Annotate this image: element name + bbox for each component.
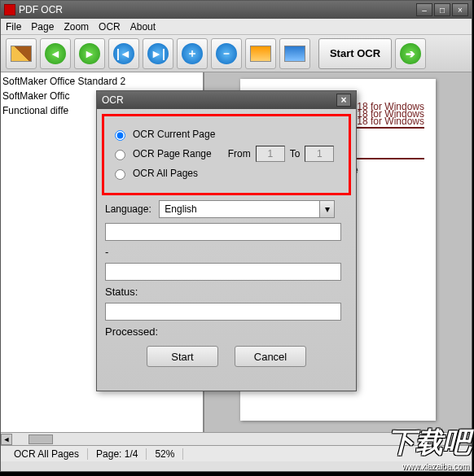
close-button[interactable]: × xyxy=(452,3,468,16)
status-output xyxy=(105,303,341,321)
window-icon xyxy=(284,46,305,62)
ocr-current-page-label: OCR Current Page xyxy=(133,129,215,140)
go-button[interactable]: ➔ xyxy=(395,38,426,69)
path-input-2[interactable] xyxy=(105,263,341,281)
chevron-down-icon[interactable]: ▾ xyxy=(319,201,334,217)
watermark-logo: 下载吧 xyxy=(388,424,471,461)
highlight-frame: OCR Current Page OCR Page Range From To … xyxy=(102,114,351,195)
path-input-1[interactable] xyxy=(105,223,341,241)
window-title: PDF OCR xyxy=(19,4,415,15)
language-combo[interactable]: English ▾ xyxy=(159,200,335,218)
next-page-button[interactable]: ► xyxy=(74,38,105,69)
from-input[interactable] xyxy=(256,146,285,162)
start-ocr-button[interactable]: Start OCR xyxy=(318,38,392,69)
status-mode: OCR All Pages xyxy=(6,448,88,460)
picture-icon xyxy=(250,46,271,62)
zoom-in-button[interactable]: ＋ xyxy=(177,38,208,69)
go-arrow-icon: ➔ xyxy=(400,43,421,64)
language-value: English xyxy=(160,203,319,215)
prev-icon: ◄ xyxy=(45,43,66,64)
ocr-dialog: OCR × OCR Current Page OCR Page Range Fr… xyxy=(96,90,357,391)
zoom-out-button[interactable]: － xyxy=(211,38,242,69)
scroll-thumb[interactable] xyxy=(29,435,53,444)
last-icon: ►| xyxy=(147,43,169,64)
to-input[interactable] xyxy=(305,146,334,162)
watermark-url: www.xiazaiba.com xyxy=(402,462,469,471)
dialog-titlebar[interactable]: OCR × xyxy=(97,91,356,109)
scroll-left-arrow[interactable]: ◄ xyxy=(1,434,12,445)
option-row: OCR All Pages xyxy=(111,167,342,180)
menu-page[interactable]: Page xyxy=(31,21,54,33)
open-button[interactable] xyxy=(6,38,37,69)
option-row: OCR Page Range From To xyxy=(111,146,342,162)
titlebar[interactable]: PDF OCR – □ × xyxy=(1,1,472,19)
text-line: SoftMaker Office Standard 2 xyxy=(2,74,201,89)
next-icon: ► xyxy=(79,43,100,64)
dialog-body: Language: English ▾ - Status: Processed:… xyxy=(97,200,356,367)
folder-icon xyxy=(11,46,32,62)
language-label: Language: xyxy=(105,203,151,215)
app-icon xyxy=(4,4,15,15)
menu-ocr[interactable]: OCR xyxy=(99,21,121,33)
dialog-close-button[interactable]: × xyxy=(336,94,351,107)
cancel-button[interactable]: Cancel xyxy=(235,346,306,367)
menu-about[interactable]: About xyxy=(130,21,156,33)
ocr-page-range-radio[interactable] xyxy=(115,150,125,160)
toolbar: ◄ ► |◄ ►| ＋ － Start OCR ➔ xyxy=(1,35,472,72)
menu-zoom[interactable]: Zoom xyxy=(64,21,89,33)
maximize-button[interactable]: □ xyxy=(434,3,450,16)
dialog-buttons: Start Cancel xyxy=(105,346,348,367)
view-button[interactable] xyxy=(279,38,310,69)
ocr-all-pages-radio[interactable] xyxy=(115,169,125,180)
start-button[interactable]: Start xyxy=(147,346,218,367)
minimize-button[interactable]: – xyxy=(416,3,432,16)
ocr-all-pages-label: OCR All Pages xyxy=(133,168,198,179)
zoom-in-icon: ＋ xyxy=(182,43,203,64)
status-page: Page: 1/4 xyxy=(88,448,147,460)
dialog-title: OCR xyxy=(102,94,124,106)
prev-page-button[interactable]: ◄ xyxy=(40,38,71,69)
language-row: Language: English ▾ xyxy=(105,200,348,218)
to-label: To xyxy=(290,148,301,159)
processed-label: Processed: xyxy=(105,325,348,338)
menu-file[interactable]: File xyxy=(6,21,21,33)
option-row: OCR Current Page xyxy=(111,128,342,141)
first-icon: |◄ xyxy=(113,43,134,64)
status-label: Status: xyxy=(105,286,348,298)
ocr-page-range-label: OCR Page Range xyxy=(133,148,212,159)
image-button[interactable] xyxy=(245,38,276,69)
last-page-button[interactable]: ►| xyxy=(143,38,173,69)
first-page-button[interactable]: |◄ xyxy=(108,38,139,69)
zoom-out-icon: － xyxy=(216,43,237,64)
ocr-current-page-radio[interactable] xyxy=(115,130,125,141)
from-label: From xyxy=(228,148,251,159)
menubar: File Page Zoom OCR About xyxy=(1,19,472,35)
dash-label: - xyxy=(105,246,348,258)
status-zoom: 52% xyxy=(147,448,183,460)
